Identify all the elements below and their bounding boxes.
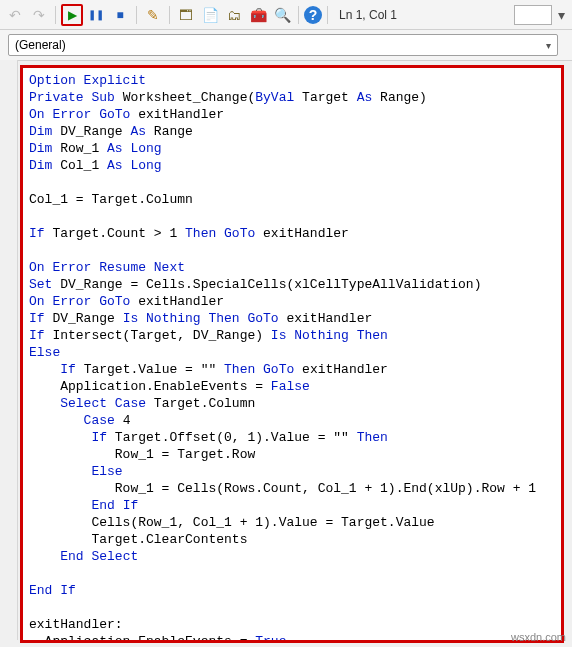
- chevron-down-icon: ▾: [546, 40, 551, 51]
- toolbar: ↶ ↷ ▶ ❚❚ ■ ✎ 🗔 📄 🗂 🧰 🔍 ? Ln 1, Col 1 ▾: [0, 0, 572, 30]
- toolbox-icon[interactable]: 🧰: [247, 4, 269, 26]
- object-dropdown-label: (General): [15, 38, 66, 52]
- object-dropdown-row: (General) ▾: [0, 30, 572, 61]
- design-mode-icon[interactable]: ✎: [142, 4, 164, 26]
- stop-icon[interactable]: ■: [109, 4, 131, 26]
- separator: [55, 6, 56, 24]
- separator: [298, 6, 299, 24]
- run-icon[interactable]: ▶: [61, 4, 83, 26]
- procedure-combo[interactable]: [514, 5, 552, 25]
- pause-icon[interactable]: ❚❚: [85, 4, 107, 26]
- undo-icon[interactable]: ↶: [4, 4, 26, 26]
- redo-icon[interactable]: ↷: [28, 4, 50, 26]
- chevron-down-icon[interactable]: ▾: [554, 4, 568, 26]
- object-dropdown[interactable]: (General) ▾: [8, 34, 558, 56]
- object-browser-icon[interactable]: 🗂: [223, 4, 245, 26]
- watch-icon[interactable]: 🔍: [271, 4, 293, 26]
- separator: [327, 6, 328, 24]
- code-text[interactable]: Option Explicit Private Sub Worksheet_Ch…: [29, 72, 555, 643]
- code-area[interactable]: Option Explicit Private Sub Worksheet_Ch…: [20, 65, 564, 643]
- help-icon[interactable]: ?: [304, 6, 322, 24]
- separator: [169, 6, 170, 24]
- margin-gutter: [0, 60, 18, 640]
- project-explorer-icon[interactable]: 🗔: [175, 4, 197, 26]
- separator: [136, 6, 137, 24]
- watermark: wsxdn.com: [511, 631, 566, 643]
- cursor-position: Ln 1, Col 1: [339, 8, 397, 22]
- properties-icon[interactable]: 📄: [199, 4, 221, 26]
